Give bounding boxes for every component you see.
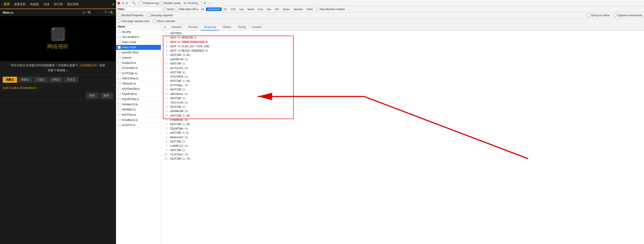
file-list: Name api.php?ac=dm&id=6...index.m3u8inde… (116, 24, 161, 244)
filter-input[interactable] (126, 7, 162, 12)
file-name: ?ac=dm&id=6... (122, 35, 141, 39)
prev-episode-btn[interactable]: 上一集 (82, 10, 91, 15)
file-item[interactable]: 1WFZAVoe.ts (116, 76, 161, 81)
clear-icon[interactable]: ⊘ (126, 1, 128, 5)
source-tab-youku[interactable]: 优酷云 (3, 77, 17, 83)
record-button[interactable] (118, 2, 120, 5)
file-checkbox (118, 124, 120, 127)
tab-cookies[interactable]: Cookies (249, 24, 265, 31)
settings-icon[interactable]: ⚙ (204, 1, 206, 5)
file-item[interactable]: ?ac=dm&id=6... (116, 35, 161, 40)
type-wasm-btn[interactable]: Wasm (281, 8, 292, 11)
nav-item-recent[interactable]: 最近更新 (65, 2, 81, 6)
line-number: 4 (163, 131, 168, 135)
file-item[interactable]: ZfJAO7tr.ts (116, 123, 161, 128)
file-item[interactable]: K2seBuCp.ts (116, 117, 161, 123)
type-fetch-xhr-btn[interactable]: Fetch/XHR (206, 8, 222, 11)
source-tab-meiju[interactable]: 美剧云 (18, 77, 32, 83)
third-party-checkbox[interactable] (147, 14, 150, 17)
line-text: #EXTINF:1.44, (170, 79, 191, 83)
file-item[interactable]: NG4atm1V.ts (116, 102, 161, 107)
tab-response[interactable]: Response (201, 24, 219, 31)
line-text: #EXTINF:1.96, (170, 114, 191, 118)
file-item[interactable]: STSxVMI0.ts (116, 66, 161, 71)
source-tab-bajie[interactable]: 八戒云 (33, 77, 48, 83)
type-ws-btn[interactable]: WS (273, 8, 281, 11)
response-line: 3#EXT-X-TARGETDURATION:4 (163, 40, 642, 45)
group-by-frame-label: Group by frame (587, 14, 610, 17)
file-item[interactable]: mol3juCk.ts (116, 60, 161, 66)
response-line: 2#EXTINF:1.44, (163, 79, 642, 83)
large-rows-checkbox[interactable] (118, 20, 121, 23)
tab-initiator[interactable]: Initiator (219, 24, 234, 31)
preserve-log-checkbox[interactable] (140, 2, 142, 5)
response-line: 6#EXTINF:2, (163, 140, 642, 144)
sort-desc-btn[interactable]: 倒序↓ (86, 93, 99, 99)
blocked-requests-checkbox[interactable] (118, 14, 121, 17)
disable-cache-checkbox[interactable] (160, 2, 163, 5)
type-font-btn[interactable]: Font (256, 8, 265, 11)
nav-bar: 首页 观看美剧 电视剧 动漫 排行榜 最近更新 ▾ (0, 0, 116, 9)
line-text: #EXTINF:2, (170, 71, 186, 75)
line-text: #EXT-X-VERSION:3 (170, 36, 196, 40)
nav-home[interactable]: 首页 (2, 2, 12, 6)
file-item[interactable]: FtQvRcWi.ts (116, 92, 161, 97)
video-logo: ⬛ 网络视听 (47, 27, 69, 50)
capture-screenshots-checkbox[interactable] (613, 14, 616, 17)
group-by-frame-checkbox[interactable] (587, 14, 590, 17)
file-item[interactable]: DZp3FCWa.ts (116, 97, 161, 102)
file-item[interactable]: channel (116, 55, 161, 60)
file-item[interactable]: fzs5TDuv.ts (116, 112, 161, 117)
response-line: 4#EXTINF:2, (163, 88, 642, 92)
type-all-btn[interactable]: All (200, 8, 206, 11)
file-item[interactable]: qXSONxOM.ts (116, 86, 161, 92)
export-icon[interactable]: ↓ (210, 1, 212, 5)
invert-checkbox[interactable] (163, 8, 166, 11)
type-doc-btn[interactable]: Doc (265, 8, 273, 11)
file-item[interactable]: yweVBLTW.ts (116, 50, 161, 55)
import-icon[interactable]: ↑ (208, 1, 209, 5)
nav-item-tv[interactable]: 电视剧 (28, 2, 41, 6)
reload-icon[interactable]: ↺ (122, 1, 124, 5)
line-number: 5 (163, 136, 168, 140)
wait-or: 或者 (99, 64, 105, 67)
type-media-btn[interactable]: Media (246, 8, 256, 11)
source-tab-flash[interactable]: 闪电云 (49, 77, 63, 83)
type-js-btn[interactable]: JS (222, 8, 228, 11)
file-checkbox (118, 93, 120, 95)
file-name: K2seBuCp.ts (122, 118, 138, 122)
line-text: #EXTINF:1.28, (170, 122, 191, 127)
file-item[interactable]: lxKHMllZ.ts (116, 107, 161, 112)
sort-asc-btn[interactable]: 顺序↑ (100, 93, 113, 99)
nav-item-drama[interactable]: 观看美剧 (12, 2, 28, 6)
file-item[interactable]: index.m3u8 (116, 40, 161, 45)
type-other-btn[interactable]: Other (305, 8, 315, 11)
line-text: #EXTINF:2, (170, 140, 186, 144)
line-text: #EXTINF:2.76, (170, 157, 191, 161)
has-blocked-checkbox[interactable] (316, 8, 319, 11)
source-tab-wujin[interactable]: 无尽云 (64, 77, 78, 83)
response-line: 1#EXTM3U (163, 32, 642, 36)
nav-item-anime[interactable]: 动漫 (41, 2, 52, 6)
file-item[interactable]: 78xtnxJK.ts (116, 81, 161, 86)
next-episode-btn[interactable]: 下一集 (104, 10, 113, 15)
file-item[interactable]: GrYfCQyL.ts (116, 71, 161, 76)
tab-preview[interactable]: Preview (185, 24, 201, 31)
type-manifest-btn[interactable]: Manifest (292, 8, 305, 11)
sort-bar: 倒序↓ 顺序↑ (0, 91, 116, 100)
type-img-btn[interactable]: Img (238, 8, 246, 11)
tab-headers[interactable]: Headers (168, 24, 185, 31)
type-css-btn[interactable]: CSS (229, 8, 238, 11)
no-throttling-select[interactable]: No throttling (182, 1, 200, 5)
nav-item-rank[interactable]: 排行榜 (52, 2, 65, 6)
line-number: 1 (163, 75, 168, 79)
close-response-icon[interactable]: ✕ (162, 24, 168, 31)
hide-data-urls-checkbox[interactable] (175, 8, 178, 11)
file-item[interactable]: index.m3u8 (116, 45, 161, 50)
search-icon[interactable]: 🔍 (132, 1, 136, 5)
file-item[interactable]: api.php (116, 29, 161, 35)
nav-dropdown-icon[interactable]: ▾ (112, 3, 114, 6)
refresh-link[interactable]: 点击刷新试试~ (79, 64, 98, 67)
show-overview-checkbox[interactable] (153, 20, 156, 23)
tab-timing[interactable]: Timing (234, 24, 249, 31)
